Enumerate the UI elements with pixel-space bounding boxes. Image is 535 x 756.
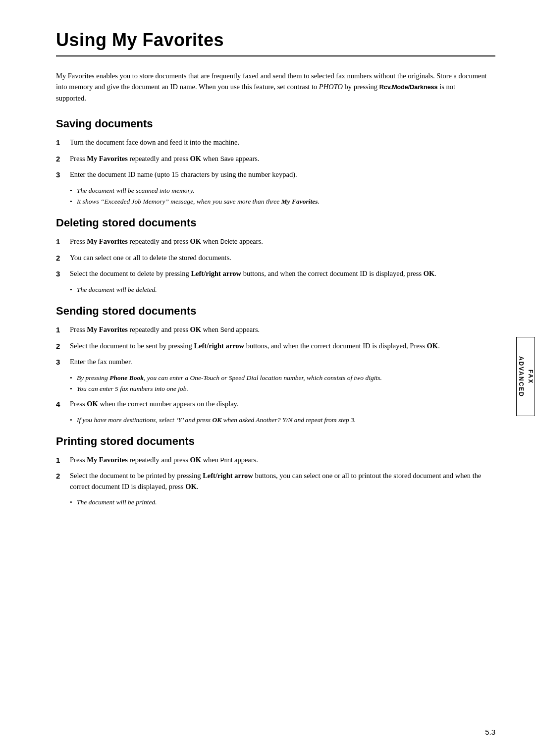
sending-note-step3-1: By pressing Phone Book, you can enter a … [70, 373, 495, 383]
sending-note-ok-bold: OK [212, 416, 221, 424]
deleting-note-1: The document will be deleted. [70, 285, 495, 295]
printing-step-2-num: 2 [56, 471, 70, 482]
printing-step-2-bold1: Left/right arrow [203, 472, 253, 480]
sending-notes-step3: By pressing Phone Book, you can enter a … [70, 373, 495, 394]
sending-title: Sending stored documents [56, 305, 495, 318]
saving-step-2-content: Press My Favorites repeatedly and press … [70, 154, 487, 164]
saving-step-1-num: 1 [56, 137, 70, 149]
printing-step-1-bold1: My Favorites [87, 456, 128, 464]
sending-section: Sending stored documents 1 Press My Favo… [56, 305, 495, 425]
deleting-step-3-bold1: Left/right arrow [191, 270, 241, 277]
deleting-step-1-mono: Delete [220, 238, 238, 245]
saving-note-1: The document will be scanned into memory… [70, 186, 495, 196]
intro-bold: Rcv.Mode/Darkness [379, 84, 438, 91]
saving-title: Saving documents [56, 117, 495, 130]
deleting-section: Deleting stored documents 1 Press My Fav… [56, 216, 495, 295]
sending-note-step4-1: If you have more destinations, select ‘Y… [70, 415, 495, 425]
printing-step-1: 1 Press My Favorites repeatedly and pres… [56, 455, 487, 466]
saving-step-1: 1 Turn the document face down and feed i… [56, 137, 487, 149]
deleting-step-1-bold2: OK [190, 237, 201, 245]
deleting-step-1: 1 Press My Favorites repeatedly and pres… [56, 236, 487, 248]
printing-notes: The document will be printed. [70, 497, 495, 507]
sending-step-1: 1 Press My Favorites repeatedly and pres… [56, 324, 487, 336]
printing-step-1-mono: Print [220, 457, 233, 464]
intro-italic: PHOTO [319, 83, 343, 91]
sending-step-4-content: Press OK when the correct number appears… [70, 399, 487, 410]
sending-list-step4: 4 Press OK when the correct number appea… [56, 399, 495, 410]
printing-list: 1 Press My Favorites repeatedly and pres… [56, 455, 495, 492]
deleting-step-2-content: You can select one or all to delete the … [70, 253, 487, 264]
printing-step-1-content: Press My Favorites repeatedly and press … [70, 455, 487, 466]
saving-step-2-bold2: OK [190, 155, 201, 162]
saving-step-1-content: Turn the document face down and feed it … [70, 137, 487, 148]
printing-step-2-content: Select the document to be printed by pre… [70, 471, 487, 492]
saving-step-2-bold1: My Favorites [87, 155, 128, 162]
side-tab-text: Advanced Fax [516, 356, 535, 397]
deleting-title: Deleting stored documents [56, 216, 495, 229]
sending-note-step3-2: You can enter 5 fax numbers into one job… [70, 384, 495, 394]
sending-step-2: 2 Select the document to be sent by pres… [56, 341, 487, 352]
page-number: 5.3 [485, 728, 495, 736]
saving-step-3: 3 Enter the document ID name (upto 15 ch… [56, 169, 487, 181]
deleting-step-2: 2 You can select one or all to delete th… [56, 253, 487, 264]
sending-step-3: 3 Enter the fax number. [56, 357, 487, 368]
saving-list: 1 Turn the document face down and feed i… [56, 137, 495, 181]
sending-step-4-num: 4 [56, 399, 70, 410]
saving-note-2: It shows “Exceeded Job Memory” message, … [70, 197, 495, 207]
saving-step-3-num: 3 [56, 169, 70, 181]
printing-step-1-bold2: OK [190, 456, 201, 464]
printing-step-1-num: 1 [56, 455, 70, 466]
sending-list: 1 Press My Favorites repeatedly and pres… [56, 324, 495, 368]
sending-phone-book-bold: Phone Book [109, 374, 144, 381]
sending-step-2-content: Select the document to be sent by pressi… [70, 341, 487, 352]
deleting-step-1-num: 1 [56, 236, 70, 248]
sending-step-4: 4 Press OK when the correct number appea… [56, 399, 487, 410]
printing-section: Printing stored documents 1 Press My Fav… [56, 435, 495, 507]
deleting-step-2-num: 2 [56, 253, 70, 264]
saving-step-2: 2 Press My Favorites repeatedly and pres… [56, 154, 487, 165]
sending-step-1-content: Press My Favorites repeatedly and press … [70, 324, 487, 335]
deleting-step-1-bold1: My Favorites [87, 237, 128, 245]
sending-step-2-num: 2 [56, 341, 70, 352]
printing-title: Printing stored documents [56, 435, 495, 448]
deleting-step-3-bold2: OK [424, 270, 435, 277]
deleting-step-3-content: Select the document to delete by pressin… [70, 269, 487, 279]
side-tab: Advanced Fax [516, 337, 535, 416]
deleting-step-1-content: Press My Favorites repeatedly and press … [70, 236, 487, 247]
intro-paragraph: My Favorites enables you to store docume… [56, 70, 487, 104]
deleting-step-3-num: 3 [56, 269, 70, 280]
intro-end: by pressing [343, 83, 379, 91]
deleting-notes: The document will be deleted. [70, 285, 495, 295]
printing-step-2-bold2: OK [185, 483, 197, 490]
sending-step-2-bold2: OK [427, 342, 438, 350]
saving-section: Saving documents 1 Turn the document fac… [56, 117, 495, 207]
sending-step-1-num: 1 [56, 324, 70, 336]
side-tab-line1: Advanced [518, 356, 525, 397]
page-title: Using My Favorites [56, 30, 495, 56]
printing-step-2: 2 Select the document to be printed by p… [56, 471, 487, 492]
deleting-step-3: 3 Select the document to delete by press… [56, 269, 487, 280]
deleting-list: 1 Press My Favorites repeatedly and pres… [56, 236, 495, 280]
saving-step-2-mono: Save [220, 156, 234, 162]
saving-step-2-num: 2 [56, 154, 70, 165]
sending-step-3-num: 3 [56, 357, 70, 368]
printing-note-1: The document will be printed. [70, 497, 495, 507]
sending-step-1-bold2: OK [190, 325, 201, 333]
sending-step-2-bold1: Left/right arrow [194, 342, 244, 350]
saving-notes: The document will be scanned into memory… [70, 186, 495, 207]
sending-step-4-bold1: OK [87, 400, 98, 408]
sending-notes-step4: If you have more destinations, select ‘Y… [70, 415, 495, 425]
page-container: Using My Favorites My Favorites enables … [0, 0, 535, 756]
saving-step-3-content: Enter the document ID name (upto 15 char… [70, 169, 487, 180]
sending-step-3-content: Enter the fax number. [70, 357, 487, 368]
sending-step-1-mono: Send [220, 326, 234, 333]
saving-note-2-bold: My Favorites [281, 198, 318, 205]
side-tab-line2: Fax [527, 369, 534, 383]
sending-step-1-bold1: My Favorites [87, 325, 128, 333]
